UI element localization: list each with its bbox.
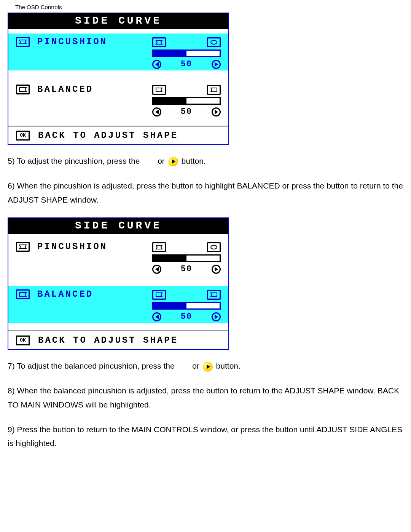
instruction-step-5: 5) To adjust the pincushion, press the o… xyxy=(8,154,403,168)
instruction-step-7: 7) To adjust the balanced pincushion, pr… xyxy=(8,359,403,373)
shape-left-icon xyxy=(152,85,166,95)
osd-row-pincushion[interactable]: PINCUSHION 50 xyxy=(8,238,228,275)
arrow-right-button[interactable] xyxy=(212,60,221,69)
shape-left-icon xyxy=(152,290,166,300)
osd-footer[interactable]: OK BACK TO ADJUST SHAPE xyxy=(8,331,228,349)
osd-footer-label: BACK TO ADJUST SHAPE xyxy=(38,335,178,345)
shape-right-icon xyxy=(207,85,221,95)
osd-row-balanced[interactable]: BALANCED 50 xyxy=(8,81,228,118)
arrow-right-button[interactable] xyxy=(212,107,221,117)
osd-row-pincushion[interactable]: PINCUSHION 50 xyxy=(8,34,228,70)
osd-panel-1: SIDE CURVE PINCUSHION 50 xyxy=(8,13,229,145)
pincushion-value: 50 xyxy=(181,264,192,274)
balanced-icon xyxy=(16,289,30,299)
pincushion-icon xyxy=(16,242,30,252)
right-arrow-icon xyxy=(168,157,178,166)
balanced-label: BALANCED xyxy=(37,289,93,299)
slider-bar[interactable] xyxy=(152,254,221,262)
instruction-step-8: 8) When the balanced pincushion is adjus… xyxy=(8,384,403,412)
arrow-left-button[interactable] xyxy=(152,265,161,274)
right-arrow-icon xyxy=(203,362,213,372)
slider-bar[interactable] xyxy=(152,302,221,310)
balanced-value: 50 xyxy=(181,107,192,117)
arrow-left-button[interactable] xyxy=(152,60,161,69)
balanced-value: 50 xyxy=(181,312,192,321)
instruction-step-6: 6) When the pincushion is adjusted, pres… xyxy=(8,179,403,207)
osd-row-balanced[interactable]: BALANCED 50 xyxy=(8,286,228,323)
slider-bar[interactable] xyxy=(152,97,221,105)
pincushion-value: 50 xyxy=(181,59,192,69)
slider-bar[interactable] xyxy=(152,50,221,57)
pincushion-label: PINCUSHION xyxy=(37,241,107,252)
pincushion-label: PINCUSHION xyxy=(37,37,107,47)
svg-point-0 xyxy=(211,40,217,44)
balanced-label: BALANCED xyxy=(37,84,93,94)
shape-convex-icon xyxy=(207,242,221,252)
arrow-right-button[interactable] xyxy=(212,265,221,274)
instruction-step-9: 9) Press the button to return to the MAI… xyxy=(8,423,403,451)
svg-point-1 xyxy=(211,245,217,249)
footer-path: file:///D|/rita/LF2/LF2/LFa1/multi_manua… xyxy=(0,461,411,532)
ok-icon: OK xyxy=(16,335,30,345)
ok-icon: OK xyxy=(16,131,30,141)
osd-title: SIDE CURVE xyxy=(8,218,228,234)
pincushion-icon xyxy=(16,37,30,47)
page-header: The OSD Controls xyxy=(0,0,411,13)
osd-footer[interactable]: OK BACK TO ADJUST SHAPE xyxy=(8,126,228,144)
shape-concave-icon xyxy=(152,37,166,47)
osd-panel-2: SIDE CURVE PINCUSHION 50 xyxy=(8,217,229,350)
shape-concave-icon xyxy=(152,242,166,252)
arrow-left-button[interactable] xyxy=(152,107,161,117)
arrow-left-button[interactable] xyxy=(152,312,161,321)
balanced-icon xyxy=(16,85,30,94)
osd-title: SIDE CURVE xyxy=(8,13,228,29)
shape-convex-icon xyxy=(207,37,221,47)
osd-footer-label: BACK TO ADJUST SHAPE xyxy=(38,130,178,141)
shape-right-icon xyxy=(207,290,221,300)
arrow-right-button[interactable] xyxy=(212,312,221,321)
